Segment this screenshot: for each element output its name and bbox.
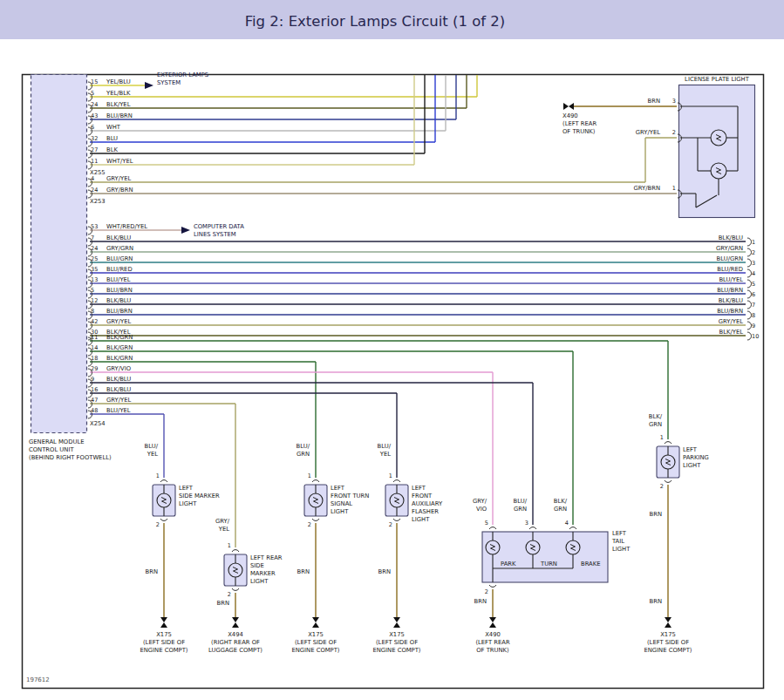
control-unit-name: GENERAL MODULE xyxy=(29,438,85,445)
connector-label: (LEFT SIDE OF xyxy=(143,639,185,646)
component-name: LEFT xyxy=(412,485,426,492)
pin-number: 6 xyxy=(752,291,755,298)
wire-color-label: VIO xyxy=(476,506,487,513)
pin-number: 15 xyxy=(91,78,98,85)
pin-number: 2 xyxy=(672,129,676,136)
connector-label: (RIGHT REAR OF xyxy=(211,639,260,646)
pin-number: 24 xyxy=(91,101,98,108)
connector-label: X175 xyxy=(156,631,172,638)
pin-number: 6 xyxy=(91,124,94,131)
wire-color-label: BLU/YEL xyxy=(106,407,131,414)
control-unit-name: (BEHIND RIGHT FOOTWELL) xyxy=(29,454,112,461)
component-name: LEFT xyxy=(683,446,698,453)
figure-page: Fig 2: Exterior Lamps Circuit (1 of 2) 1… xyxy=(0,0,784,700)
component-name: LIGHT xyxy=(331,508,349,515)
component-name: SIDE xyxy=(250,562,264,569)
wire-color-label: BLU/ xyxy=(145,443,159,450)
pin-number: 1 xyxy=(228,542,231,549)
pin-number: 9 xyxy=(752,323,755,330)
wire-color-label: BLU/GRN xyxy=(717,255,743,262)
pin-number: 1 xyxy=(156,472,160,479)
connector-label: X175 xyxy=(308,631,324,638)
wire-color-label: BLK/YEL xyxy=(106,101,131,108)
system-ref-label: COMPUTER DATA xyxy=(194,223,244,230)
connector-id: X254 xyxy=(90,420,106,427)
wire-color-label: YEL/BLU xyxy=(106,78,131,85)
wire-color-label: GRY/ xyxy=(473,498,487,505)
pin-number: 2 xyxy=(308,521,311,528)
connector-label: (LEFT SIDE OF xyxy=(647,639,689,646)
wire-color-label: GRN xyxy=(649,421,662,428)
wire-color-label: BRN xyxy=(650,511,662,518)
pin-number: 29 xyxy=(91,365,98,372)
wire-color-label: BRN xyxy=(650,598,662,605)
pin-number: 12 xyxy=(91,297,98,304)
wire-color-label: YEL xyxy=(379,451,391,458)
wire-color-label: BLK/YEL xyxy=(719,329,744,336)
wire-color-label: GRN xyxy=(297,451,310,458)
component-name: LICENSE PLATE LIGHT xyxy=(685,76,750,83)
pin-number: 24 xyxy=(91,187,98,194)
pin-number: 10 xyxy=(752,333,759,340)
pin-number: 16 xyxy=(91,386,98,393)
wire-color-label: GRY/YEL xyxy=(106,318,131,325)
wire-color-label: BLU/RED xyxy=(717,266,743,273)
component-name: SIDE MARKER xyxy=(179,493,220,500)
wire-color-label: BLU/YEL xyxy=(106,276,131,283)
wire-color-label: BLK/GRN xyxy=(106,355,133,362)
wire-color-label: BLU/BRN xyxy=(717,287,743,294)
wire-color-label: YEL/BLK xyxy=(106,90,131,97)
wire-color-label: WHT/YEL xyxy=(106,158,133,165)
pin-number: 11 xyxy=(91,334,98,341)
wire-color-label: BLK/GRN xyxy=(106,334,133,341)
wire-color-label: GRY/YEL xyxy=(106,175,131,182)
pin-number: 5 xyxy=(485,520,488,527)
pin-number: 2 xyxy=(660,483,664,490)
wire-color-label: GRY/VIO xyxy=(106,365,131,372)
bulb-label: TURN xyxy=(540,561,557,567)
connector-label: OF TRUNK) xyxy=(476,647,509,654)
component-name: LEFT xyxy=(179,485,194,492)
component-name: AUXILIARY xyxy=(412,500,443,507)
wire-color-label: BLK/ xyxy=(554,498,568,505)
wire-color-label: GRY/YEL xyxy=(106,397,131,404)
pin-number: 7 xyxy=(752,302,755,309)
wire-color-label: WHT xyxy=(106,124,121,131)
control-unit-box xyxy=(31,75,87,433)
pin-number: 48 xyxy=(91,407,98,414)
component-name: LIGHT xyxy=(683,462,701,469)
wire-color-label: BRN xyxy=(146,568,158,575)
system-ref-label: EXTERIOR LAMPS xyxy=(157,71,208,78)
wire-color-label: GRY/GRN xyxy=(106,245,133,252)
pin-number: 7 xyxy=(91,234,94,241)
wire-color-label: BLU/BRN xyxy=(717,308,743,315)
wire-color-label: BLK xyxy=(106,146,118,153)
connector-label: ENGINE COMPT) xyxy=(291,647,339,654)
bulb-label: PARK xyxy=(501,561,516,567)
connector-label: (LEFT REAR xyxy=(475,639,510,646)
component-name: FLASHER xyxy=(412,508,439,515)
pin-number: 9 xyxy=(91,376,94,383)
wire-color-label: BLK/BLU xyxy=(106,297,131,304)
wire-color-label: GRN xyxy=(514,506,527,513)
component-name: LEFT REAR xyxy=(250,554,283,561)
system-ref-label: LINES SYSTEM xyxy=(194,231,236,238)
pin-number: 27 xyxy=(91,146,98,153)
pin-number: 8 xyxy=(91,308,94,315)
connector-label: X490 xyxy=(562,112,578,119)
system-ref-label: SYSTEM xyxy=(157,79,181,86)
pin-number: 5 xyxy=(752,281,755,288)
pin-number: 2 xyxy=(228,591,231,598)
component-name: TAIL xyxy=(611,538,624,545)
pin-number: 24 xyxy=(91,245,98,252)
license-plate-light-box xyxy=(679,85,755,218)
wire-color-label: BRN xyxy=(217,600,229,607)
wire-color-label: BRN xyxy=(297,568,310,575)
doc-ref-number: 197612 xyxy=(26,676,50,683)
pin-number: 3 xyxy=(752,260,755,267)
connector-label: (LEFT SIDE OF xyxy=(295,639,337,646)
pin-number: 11 xyxy=(91,158,98,165)
wire-color-label: BLK/BLU xyxy=(106,234,131,241)
wire-color-label: BLK/GRN xyxy=(106,344,133,351)
connector-label: LUGGAGE COMPT) xyxy=(208,647,262,654)
